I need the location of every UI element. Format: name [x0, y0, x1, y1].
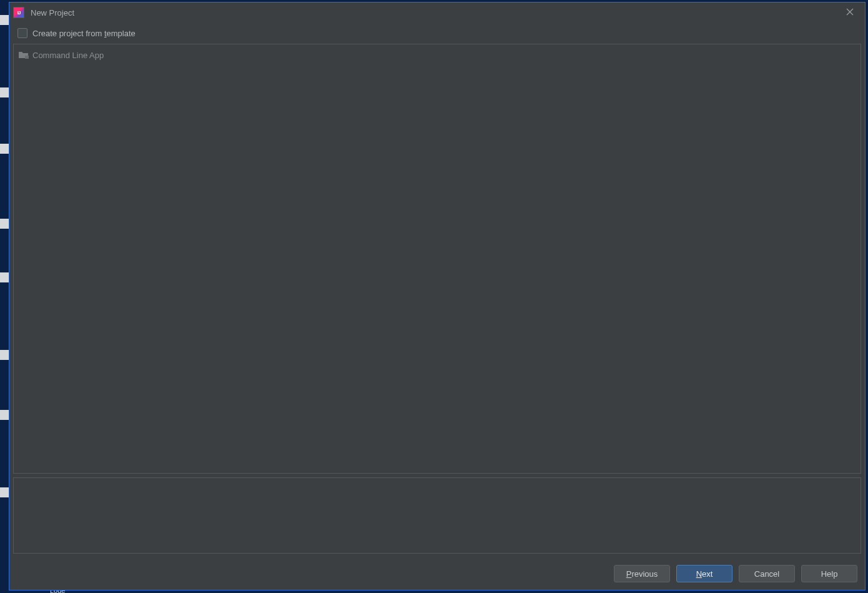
bg-strip — [0, 87, 9, 97]
template-list[interactable]: Command Line App — [13, 44, 861, 474]
new-project-dialog: IJ New Project Create project from templ… — [9, 2, 866, 591]
template-description-panel — [13, 477, 861, 554]
template-item-command-line-app[interactable]: Command Line App — [19, 48, 856, 62]
dialog-title: New Project — [31, 8, 74, 17]
help-button[interactable]: Help — [801, 565, 857, 582]
bg-strip — [0, 487, 9, 497]
next-mnemonic: N — [696, 569, 702, 579]
bg-strip — [0, 410, 9, 420]
close-icon — [846, 8, 854, 16]
svg-rect-2 — [25, 56, 29, 59]
label-post: emplate — [107, 29, 136, 38]
bg-strip — [0, 144, 9, 154]
bg-strip — [0, 219, 9, 229]
create-from-template-checkbox[interactable] — [17, 28, 27, 38]
previous-button[interactable]: Previous — [614, 565, 670, 582]
options-row: Create project from template — [9, 22, 865, 44]
bg-strip — [0, 272, 9, 282]
next-button[interactable]: Next — [676, 565, 732, 582]
titlebar: IJ New Project — [9, 2, 865, 22]
intellij-icon: IJ — [13, 7, 24, 18]
folder-icon — [19, 51, 29, 59]
bg-strip — [0, 15, 9, 25]
next-rest: ext — [702, 569, 713, 579]
help-label: Help — [821, 569, 838, 579]
button-bar: Previous Next Cancel Help — [9, 557, 865, 590]
template-item-label: Command Line App — [32, 51, 104, 60]
cancel-button[interactable]: Cancel — [739, 565, 795, 582]
close-button[interactable] — [837, 2, 862, 21]
label-pre: Create project from — [32, 29, 104, 38]
previous-mnemonic: P — [626, 569, 632, 579]
bg-strip — [0, 350, 9, 360]
cancel-label: Cancel — [754, 569, 779, 579]
previous-rest: revious — [631, 569, 658, 579]
create-from-template-label[interactable]: Create project from template — [32, 29, 136, 38]
